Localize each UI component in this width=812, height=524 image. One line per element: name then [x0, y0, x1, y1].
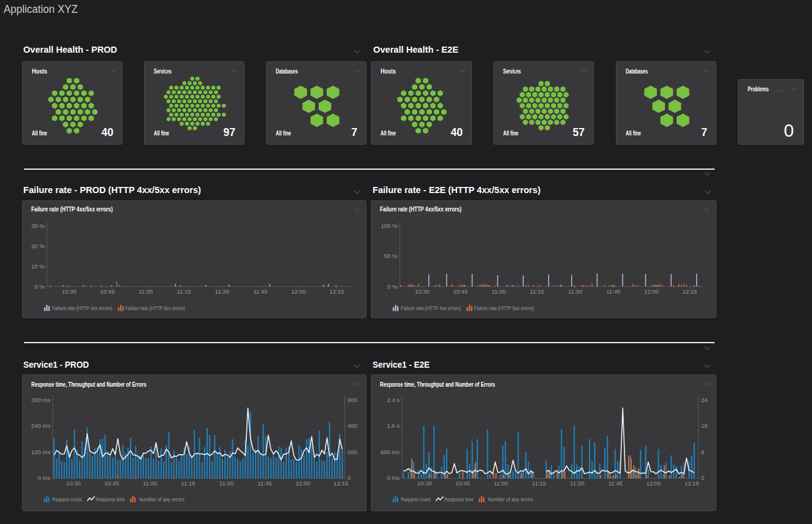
- svg-text:Request count: Request count: [52, 496, 82, 503]
- svg-text:Response time, Throughput and: Response time, Throughput and Number of …: [380, 381, 495, 388]
- svg-text:12:15: 12:15: [330, 288, 344, 295]
- svg-text:Response time: Response time: [444, 496, 474, 503]
- svg-text:Service1 - E2E: Service1 - E2E: [373, 360, 430, 370]
- svg-text:100 %: 100 %: [381, 222, 397, 229]
- svg-text:50 %: 50 %: [384, 253, 398, 259]
- svg-text:11:00: 11:00: [138, 288, 153, 295]
- svg-text:Overall Health - E2E: Overall Health - E2E: [373, 45, 458, 55]
- svg-text:11:45: 11:45: [253, 288, 267, 295]
- svg-text:10 %: 10 %: [31, 263, 45, 270]
- svg-text:0 %: 0 %: [34, 283, 45, 290]
- svg-text:12:00: 12:00: [647, 480, 661, 487]
- svg-text:All fine: All fine: [276, 129, 291, 137]
- svg-text:Response time: Response time: [96, 496, 125, 503]
- svg-text:11:00: 11:00: [143, 480, 157, 487]
- svg-text:0 %: 0 %: [387, 283, 398, 290]
- svg-text:10:30: 10:30: [66, 480, 81, 487]
- svg-text:Services: Services: [503, 67, 521, 75]
- svg-text:Failure rate (HTTP 4xx errors): Failure rate (HTTP 4xx errors): [52, 305, 112, 311]
- svg-text:11:00: 11:00: [494, 480, 508, 487]
- svg-text:Application XYZ: Application XYZ: [4, 3, 78, 15]
- svg-text:Number of any errors: Number of any errors: [488, 496, 533, 503]
- svg-text:0 ms: 0 ms: [387, 474, 400, 481]
- svg-text:10:30: 10:30: [415, 288, 430, 295]
- svg-text:Failure rate (HTTP 5xx errors): Failure rate (HTTP 5xx errors): [474, 305, 534, 311]
- svg-text:7: 7: [351, 126, 357, 139]
- svg-text:12:00: 12:00: [291, 288, 306, 295]
- svg-text:12:15: 12:15: [685, 480, 699, 487]
- svg-text:240 ms: 240 ms: [31, 422, 50, 429]
- svg-text:11:45: 11:45: [257, 480, 271, 487]
- svg-text:10:45: 10:45: [100, 288, 115, 295]
- svg-text:10:45: 10:45: [104, 480, 119, 487]
- svg-text:Request count: Request count: [401, 496, 430, 503]
- svg-text:11:30: 11:30: [568, 288, 582, 295]
- svg-text:11:15: 11:15: [181, 480, 195, 487]
- svg-text:600: 600: [347, 397, 357, 403]
- svg-text:0: 0: [701, 474, 704, 481]
- svg-text:200: 200: [347, 449, 357, 455]
- svg-text:10:30: 10:30: [62, 288, 77, 295]
- svg-text:All fine: All fine: [626, 129, 641, 137]
- svg-text:120 ms: 120 ms: [31, 449, 50, 455]
- svg-text:97: 97: [224, 126, 235, 139]
- svg-text:11:15: 11:15: [530, 288, 544, 295]
- svg-text:11:45: 11:45: [609, 480, 623, 487]
- svg-text:All fine: All fine: [381, 129, 396, 137]
- svg-text:Failure rate (HTTP 4xx errors): Failure rate (HTTP 4xx errors): [401, 305, 461, 311]
- svg-text:Response time, Throughput and: Response time, Throughput and Number of …: [31, 381, 146, 388]
- svg-text:1.6 s: 1.6 s: [387, 422, 400, 429]
- svg-text:All fine: All fine: [503, 129, 518, 137]
- svg-text:11:00: 11:00: [491, 288, 506, 295]
- svg-text:11:15: 11:15: [177, 288, 191, 295]
- svg-text:Failure rate (HTTP 5xx errors): Failure rate (HTTP 5xx errors): [125, 305, 185, 311]
- svg-text:Overall Health - PROD: Overall Health - PROD: [23, 45, 117, 55]
- svg-text:7: 7: [701, 126, 707, 139]
- svg-text:800 ms: 800 ms: [381, 449, 400, 455]
- svg-text:360 ms: 360 ms: [31, 397, 50, 403]
- svg-text:Problems: Problems: [748, 85, 769, 93]
- svg-text:Failure rate - E2E (HTTP 4xx/5: Failure rate - E2E (HTTP 4xx/5xx errors): [373, 185, 541, 195]
- svg-text:400: 400: [347, 422, 357, 429]
- svg-text:24: 24: [701, 397, 708, 403]
- svg-text:40: 40: [102, 126, 114, 139]
- svg-text:All fine: All fine: [154, 129, 169, 137]
- svg-text:11:30: 11:30: [219, 480, 233, 487]
- svg-text:30 %: 30 %: [31, 222, 45, 229]
- svg-text:10:45: 10:45: [455, 480, 470, 487]
- svg-text:All fine: All fine: [32, 129, 47, 137]
- svg-text:12:00: 12:00: [295, 480, 310, 487]
- svg-text:57: 57: [573, 126, 585, 139]
- svg-text:Databases: Databases: [626, 67, 648, 75]
- svg-text:0: 0: [784, 120, 794, 140]
- svg-text:Failure rate (HTTP 4xx/5xx err: Failure rate (HTTP 4xx/5xx errors): [380, 205, 461, 213]
- svg-text:Service1 - PROD: Service1 - PROD: [23, 360, 89, 370]
- svg-text:11:30: 11:30: [570, 480, 584, 487]
- svg-text:Databases: Databases: [276, 67, 298, 75]
- svg-text:Services: Services: [154, 67, 172, 75]
- svg-text:Failure rate - PROD (HTTP 4xx/: Failure rate - PROD (HTTP 4xx/5xx errors…: [23, 185, 201, 195]
- svg-text:11:15: 11:15: [532, 480, 546, 487]
- svg-text:12:00: 12:00: [644, 288, 659, 295]
- svg-text:Hosts: Hosts: [381, 67, 396, 75]
- svg-text:10:45: 10:45: [453, 288, 468, 295]
- svg-text:2.4 s: 2.4 s: [387, 397, 400, 403]
- svg-text:Hosts: Hosts: [32, 67, 47, 75]
- svg-text:12:15: 12:15: [334, 480, 349, 487]
- svg-text:0 ms: 0 ms: [37, 474, 50, 481]
- svg-text:12:15: 12:15: [683, 288, 697, 295]
- svg-text:Number of any errors: Number of any errors: [139, 496, 184, 503]
- svg-text:Failure rate (HTTP 4xx/5xx err: Failure rate (HTTP 4xx/5xx errors): [31, 205, 113, 213]
- svg-text:8: 8: [701, 449, 704, 455]
- svg-text:11:45: 11:45: [606, 288, 620, 295]
- svg-text:20 %: 20 %: [31, 243, 45, 249]
- svg-text:16: 16: [701, 422, 708, 429]
- svg-text:40: 40: [451, 126, 463, 139]
- svg-text:11:30: 11:30: [215, 288, 229, 295]
- svg-text:10:30: 10:30: [417, 480, 432, 487]
